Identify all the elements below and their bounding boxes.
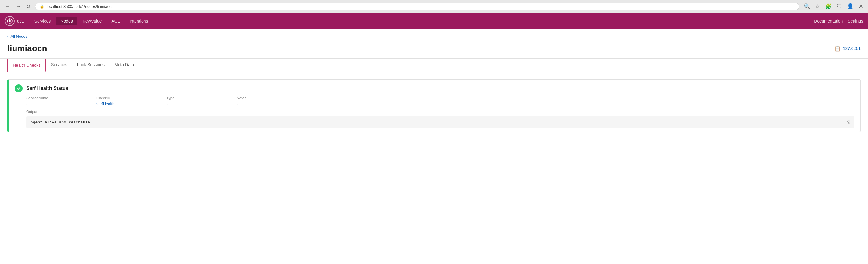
check-id-value: serfHealth	[96, 101, 166, 106]
tab-meta-data[interactable]: Meta Data	[110, 59, 139, 72]
browser-chrome: ← → ↻ 🔒 localhost:8500/ui/dc1/nodes/lium…	[0, 0, 868, 13]
breadcrumb-area: < All Nodes	[0, 29, 868, 41]
copy-output-icon[interactable]: ⎘	[847, 120, 850, 125]
nav-item-services[interactable]: Services	[30, 17, 55, 25]
nav-item-intentions[interactable]: Intentions	[125, 17, 153, 25]
field-check-id: CheckID serfHealth	[96, 96, 166, 106]
back-button[interactable]: ←	[4, 3, 12, 10]
field-notes: Notes -	[237, 96, 854, 106]
address-text: localhost:8500/ui/dc1/nodes/liumiaocn	[46, 4, 795, 9]
tab-health-checks[interactable]: Health Checks	[7, 59, 46, 72]
bookmark-icon[interactable]: ☆	[814, 2, 822, 10]
nav-logo[interactable]: dc1	[5, 16, 24, 26]
tab-services[interactable]: Services	[46, 59, 72, 72]
browser-nav-buttons: ← → ↻	[4, 3, 32, 10]
service-name-value: -	[26, 101, 96, 106]
svg-point-1	[9, 20, 11, 22]
page-content: < All Nodes liumiaocn 📋 127.0.0.1 Health…	[0, 29, 868, 264]
extension-icon-1[interactable]: 🧩	[824, 2, 833, 10]
health-check-header: Serf Health Status	[8, 79, 860, 96]
settings-link[interactable]: Settings	[847, 19, 863, 24]
consul-logo-icon	[5, 16, 14, 26]
extension-icon-2[interactable]: 🛡	[835, 3, 843, 10]
nav-right-links: Documentation Settings	[814, 19, 863, 24]
output-box: Agent alive and reachable ⎘	[26, 117, 854, 128]
page-header: liumiaocn 📋 127.0.0.1	[0, 41, 868, 59]
address-bar[interactable]: 🔒 localhost:8500/ui/dc1/nodes/liumiaocn	[35, 3, 799, 10]
nav-item-nodes[interactable]: Nodes	[56, 17, 77, 25]
close-icon[interactable]: ✕	[857, 2, 864, 10]
type-label: Type	[166, 96, 237, 100]
page-title: liumiaocn	[7, 43, 47, 53]
notes-value: -	[237, 101, 854, 106]
datacenter-label: dc1	[17, 19, 24, 24]
field-type: Type -	[166, 96, 237, 106]
forward-button[interactable]: →	[14, 3, 23, 10]
check-id-label: CheckID	[96, 96, 166, 100]
documentation-link[interactable]: Documentation	[814, 19, 843, 24]
output-label: Output	[26, 110, 854, 114]
health-status-passing-icon	[14, 85, 23, 92]
ip-copy-icon: 📋	[834, 46, 841, 52]
health-check-name: Serf Health Status	[26, 86, 68, 91]
breadcrumb-link[interactable]: < All Nodes	[7, 34, 27, 39]
nav-item-acl[interactable]: ACL	[107, 17, 124, 25]
page-meta: 📋 127.0.0.1	[834, 46, 861, 52]
tab-content-health-checks: Serf Health Status ServiceName - CheckID…	[0, 72, 868, 139]
health-check-output-section: Output Agent alive and reachable ⎘	[8, 110, 860, 132]
type-value: -	[166, 101, 237, 106]
nav-items: Services Nodes Key/Value ACL Intentions	[30, 17, 814, 25]
tabs-bar: Health Checks Services Lock Sessions Met…	[0, 59, 868, 72]
tab-lock-sessions[interactable]: Lock Sessions	[72, 59, 110, 72]
service-name-label: ServiceName	[26, 96, 96, 100]
field-service-name: ServiceName -	[26, 96, 96, 106]
top-nav: dc1 Services Nodes Key/Value ACL Intenti…	[0, 13, 868, 29]
user-icon[interactable]: 👤	[846, 2, 855, 10]
nav-item-kv[interactable]: Key/Value	[79, 17, 106, 25]
notes-label: Notes	[237, 96, 854, 100]
health-check-fields: ServiceName - CheckID serfHealth Type - …	[8, 96, 860, 110]
page-ip: 127.0.0.1	[843, 46, 861, 51]
refresh-button[interactable]: ↻	[24, 3, 32, 10]
browser-actions: 🔍 ☆ 🧩 🛡 👤 ✕	[802, 2, 864, 10]
health-check-card: Serf Health Status ServiceName - CheckID…	[7, 79, 861, 132]
search-icon[interactable]: 🔍	[802, 2, 812, 10]
lock-icon: 🔒	[40, 4, 44, 8]
output-text: Agent alive and reachable	[31, 120, 90, 125]
